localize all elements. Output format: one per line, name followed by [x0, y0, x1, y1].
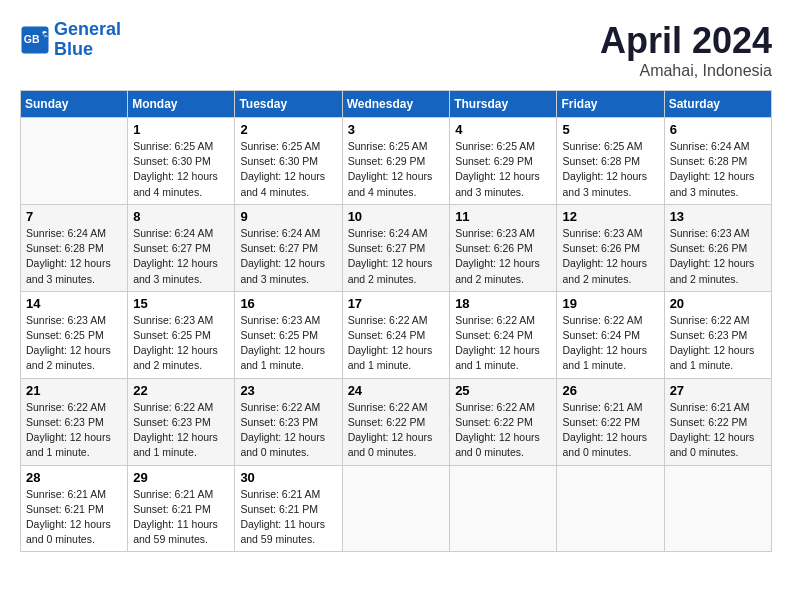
col-saturday: Saturday [664, 91, 771, 118]
day-number: 15 [133, 296, 229, 311]
day-cell: 19Sunrise: 6:22 AMSunset: 6:24 PMDayligh… [557, 291, 664, 378]
day-info: Sunrise: 6:23 AMSunset: 6:25 PMDaylight:… [240, 313, 336, 374]
day-number: 20 [670, 296, 766, 311]
day-info: Sunrise: 6:24 AMSunset: 6:28 PMDaylight:… [670, 139, 766, 200]
col-friday: Friday [557, 91, 664, 118]
day-cell: 14Sunrise: 6:23 AMSunset: 6:25 PMDayligh… [21, 291, 128, 378]
day-cell: 3Sunrise: 6:25 AMSunset: 6:29 PMDaylight… [342, 118, 450, 205]
calendar-table: Sunday Monday Tuesday Wednesday Thursday… [20, 90, 772, 552]
day-info: Sunrise: 6:23 AMSunset: 6:26 PMDaylight:… [670, 226, 766, 287]
day-info: Sunrise: 6:22 AMSunset: 6:23 PMDaylight:… [133, 400, 229, 461]
day-cell: 8Sunrise: 6:24 AMSunset: 6:27 PMDaylight… [128, 204, 235, 291]
logo-text: General Blue [54, 20, 121, 60]
day-number: 22 [133, 383, 229, 398]
day-number: 28 [26, 470, 122, 485]
day-number: 30 [240, 470, 336, 485]
day-cell [342, 465, 450, 552]
day-cell: 15Sunrise: 6:23 AMSunset: 6:25 PMDayligh… [128, 291, 235, 378]
col-thursday: Thursday [450, 91, 557, 118]
week-row-3: 14Sunrise: 6:23 AMSunset: 6:25 PMDayligh… [21, 291, 772, 378]
day-cell: 1Sunrise: 6:25 AMSunset: 6:30 PMDaylight… [128, 118, 235, 205]
week-row-4: 21Sunrise: 6:22 AMSunset: 6:23 PMDayligh… [21, 378, 772, 465]
day-number: 12 [562, 209, 658, 224]
day-cell: 5Sunrise: 6:25 AMSunset: 6:28 PMDaylight… [557, 118, 664, 205]
day-number: 14 [26, 296, 122, 311]
day-cell: 20Sunrise: 6:22 AMSunset: 6:23 PMDayligh… [664, 291, 771, 378]
day-cell: 16Sunrise: 6:23 AMSunset: 6:25 PMDayligh… [235, 291, 342, 378]
day-number: 10 [348, 209, 445, 224]
day-cell: 13Sunrise: 6:23 AMSunset: 6:26 PMDayligh… [664, 204, 771, 291]
day-cell: 11Sunrise: 6:23 AMSunset: 6:26 PMDayligh… [450, 204, 557, 291]
day-info: Sunrise: 6:23 AMSunset: 6:25 PMDaylight:… [133, 313, 229, 374]
col-monday: Monday [128, 91, 235, 118]
day-cell [557, 465, 664, 552]
day-cell: 26Sunrise: 6:21 AMSunset: 6:22 PMDayligh… [557, 378, 664, 465]
title-block: April 2024 Amahai, Indonesia [600, 20, 772, 80]
day-cell: 29Sunrise: 6:21 AMSunset: 6:21 PMDayligh… [128, 465, 235, 552]
day-cell: 4Sunrise: 6:25 AMSunset: 6:29 PMDaylight… [450, 118, 557, 205]
page-header: GB General Blue April 2024 Amahai, Indon… [20, 20, 772, 80]
day-cell: 23Sunrise: 6:22 AMSunset: 6:23 PMDayligh… [235, 378, 342, 465]
day-info: Sunrise: 6:23 AMSunset: 6:26 PMDaylight:… [562, 226, 658, 287]
day-info: Sunrise: 6:21 AMSunset: 6:22 PMDaylight:… [670, 400, 766, 461]
day-cell: 7Sunrise: 6:24 AMSunset: 6:28 PMDaylight… [21, 204, 128, 291]
day-number: 3 [348, 122, 445, 137]
day-info: Sunrise: 6:22 AMSunset: 6:23 PMDaylight:… [240, 400, 336, 461]
day-info: Sunrise: 6:21 AMSunset: 6:21 PMDaylight:… [26, 487, 122, 548]
day-info: Sunrise: 6:24 AMSunset: 6:27 PMDaylight:… [240, 226, 336, 287]
day-number: 16 [240, 296, 336, 311]
day-cell: 30Sunrise: 6:21 AMSunset: 6:21 PMDayligh… [235, 465, 342, 552]
day-cell [21, 118, 128, 205]
logo: GB General Blue [20, 20, 121, 60]
day-number: 24 [348, 383, 445, 398]
day-number: 5 [562, 122, 658, 137]
day-cell: 12Sunrise: 6:23 AMSunset: 6:26 PMDayligh… [557, 204, 664, 291]
day-info: Sunrise: 6:22 AMSunset: 6:24 PMDaylight:… [348, 313, 445, 374]
day-number: 4 [455, 122, 551, 137]
day-number: 2 [240, 122, 336, 137]
location-title: Amahai, Indonesia [600, 62, 772, 80]
col-sunday: Sunday [21, 91, 128, 118]
day-number: 6 [670, 122, 766, 137]
day-number: 21 [26, 383, 122, 398]
day-cell [450, 465, 557, 552]
day-number: 7 [26, 209, 122, 224]
day-number: 19 [562, 296, 658, 311]
calendar-header-row: Sunday Monday Tuesday Wednesday Thursday… [21, 91, 772, 118]
day-info: Sunrise: 6:22 AMSunset: 6:23 PMDaylight:… [670, 313, 766, 374]
day-info: Sunrise: 6:24 AMSunset: 6:27 PMDaylight:… [133, 226, 229, 287]
logo-line1: General [54, 19, 121, 39]
day-cell: 27Sunrise: 6:21 AMSunset: 6:22 PMDayligh… [664, 378, 771, 465]
day-info: Sunrise: 6:25 AMSunset: 6:29 PMDaylight:… [348, 139, 445, 200]
day-cell: 22Sunrise: 6:22 AMSunset: 6:23 PMDayligh… [128, 378, 235, 465]
day-number: 1 [133, 122, 229, 137]
col-tuesday: Tuesday [235, 91, 342, 118]
month-title: April 2024 [600, 20, 772, 62]
day-info: Sunrise: 6:25 AMSunset: 6:29 PMDaylight:… [455, 139, 551, 200]
day-number: 11 [455, 209, 551, 224]
day-info: Sunrise: 6:21 AMSunset: 6:21 PMDaylight:… [133, 487, 229, 548]
day-number: 26 [562, 383, 658, 398]
day-number: 8 [133, 209, 229, 224]
day-info: Sunrise: 6:21 AMSunset: 6:21 PMDaylight:… [240, 487, 336, 548]
day-cell: 6Sunrise: 6:24 AMSunset: 6:28 PMDaylight… [664, 118, 771, 205]
day-info: Sunrise: 6:22 AMSunset: 6:22 PMDaylight:… [455, 400, 551, 461]
day-info: Sunrise: 6:22 AMSunset: 6:22 PMDaylight:… [348, 400, 445, 461]
day-number: 18 [455, 296, 551, 311]
day-cell: 17Sunrise: 6:22 AMSunset: 6:24 PMDayligh… [342, 291, 450, 378]
day-info: Sunrise: 6:23 AMSunset: 6:26 PMDaylight:… [455, 226, 551, 287]
day-cell: 9Sunrise: 6:24 AMSunset: 6:27 PMDaylight… [235, 204, 342, 291]
day-info: Sunrise: 6:21 AMSunset: 6:22 PMDaylight:… [562, 400, 658, 461]
day-info: Sunrise: 6:23 AMSunset: 6:25 PMDaylight:… [26, 313, 122, 374]
week-row-2: 7Sunrise: 6:24 AMSunset: 6:28 PMDaylight… [21, 204, 772, 291]
day-number: 23 [240, 383, 336, 398]
day-number: 29 [133, 470, 229, 485]
day-number: 13 [670, 209, 766, 224]
week-row-5: 28Sunrise: 6:21 AMSunset: 6:21 PMDayligh… [21, 465, 772, 552]
day-info: Sunrise: 6:24 AMSunset: 6:27 PMDaylight:… [348, 226, 445, 287]
day-info: Sunrise: 6:25 AMSunset: 6:28 PMDaylight:… [562, 139, 658, 200]
day-cell [664, 465, 771, 552]
day-cell: 2Sunrise: 6:25 AMSunset: 6:30 PMDaylight… [235, 118, 342, 205]
day-info: Sunrise: 6:25 AMSunset: 6:30 PMDaylight:… [240, 139, 336, 200]
col-wednesday: Wednesday [342, 91, 450, 118]
